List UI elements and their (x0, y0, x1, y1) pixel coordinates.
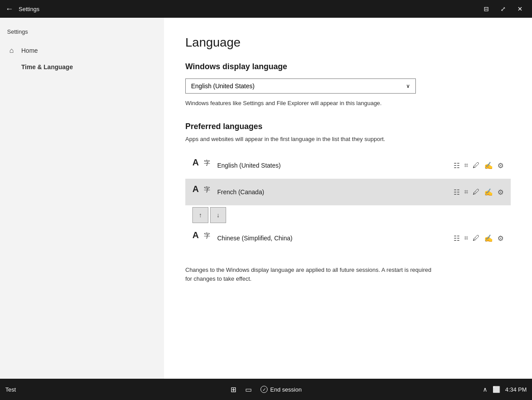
keyboard-icon-fr[interactable]: ☷ (454, 188, 460, 196)
options-icon-fr[interactable]: ⚙ (497, 188, 504, 196)
close-button[interactable]: ✕ (513, 2, 527, 16)
back-button[interactable]: ← (5, 4, 13, 14)
language-name-english: English (United States) (217, 162, 446, 169)
taskbar-right: ∧ ⬜ 4:34 PM (483, 386, 527, 393)
preferred-languages-title: Preferred languages (185, 122, 511, 131)
end-session-button[interactable]: ✓ End session (261, 386, 302, 393)
keyboard-icon[interactable]: ☷ (454, 161, 460, 170)
app-body: Settings ⌂ Home Time & Language Language… (0, 18, 532, 379)
language-item-chinese[interactable]: A 字 Chinese (Simplified, China) ☷ ⌗ 🖊 ✍ … (185, 225, 511, 251)
title-bar-title: Settings (19, 6, 480, 12)
move-up-button[interactable]: ↑ (192, 207, 208, 223)
language-item-french[interactable]: A 字 French (Canada) ☷ ⌗ 🖊 ✍ ⚙ (185, 179, 511, 205)
language-caps-french: ☷ ⌗ 🖊 ✍ ⚙ (454, 188, 504, 196)
text-to-speech-icon-zh[interactable]: ✍ (484, 234, 493, 243)
taskbar-center: ⊞ ▭ ✓ End session (231, 385, 302, 394)
options-icon-zh[interactable]: ⚙ (497, 234, 504, 243)
language-icon-french: A 字 (192, 184, 210, 200)
preferred-languages-desc: Apps and websites will appear in the fir… (185, 135, 434, 144)
dropdown-value: English (United States) (191, 82, 254, 90)
content-area: Language Windows display language Englis… (164, 18, 532, 379)
text-to-speech-icon-fr[interactable]: ✍ (484, 188, 493, 196)
options-icon[interactable]: ⚙ (497, 161, 504, 170)
notification-icon[interactable]: ⬜ (493, 386, 500, 393)
chevron-down-icon: ∨ (406, 83, 410, 89)
sidebar-header: Settings (0, 25, 164, 42)
speech-icon-zh[interactable]: ⌗ (464, 234, 468, 242)
keyboard-icon-zh[interactable]: ☷ (454, 234, 460, 243)
language-icon-chinese: A 字 (192, 230, 210, 246)
taskbar-app-label: Test (5, 386, 16, 393)
language-caps-chinese: ☷ ⌗ 🖊 ✍ ⚙ (454, 234, 504, 243)
windows-start-icon[interactable]: ⊞ (231, 385, 236, 394)
handwriting-icon-fr[interactable]: 🖊 (473, 188, 480, 196)
system-tray-expand-icon[interactable]: ∧ (483, 386, 487, 393)
sidebar-item-time-language[interactable]: Time & Language (0, 59, 164, 75)
sidebar-item-label-home: Home (21, 47, 38, 54)
home-icon: ⌂ (7, 47, 16, 55)
speech-icon[interactable]: ⌗ (464, 161, 468, 169)
taskbar-time: 4:34 PM (505, 386, 527, 393)
page-title: Language (185, 35, 511, 50)
handwriting-icon-zh[interactable]: 🖊 (473, 234, 480, 242)
display-language-desc: Windows features like Settings and File … (185, 99, 434, 108)
title-bar: ← Settings ⊟ ⤢ ✕ (0, 0, 532, 18)
handwriting-icon[interactable]: 🖊 (473, 161, 480, 169)
language-name-chinese: Chinese (Simplified, China) (217, 235, 446, 242)
footer-note: Changes to the Windows display language … (185, 266, 434, 283)
minimize-button[interactable]: ⊟ (480, 2, 493, 16)
language-icon-english: A 字 (192, 157, 210, 173)
language-item-english[interactable]: A 字 English (United States) ☷ ⌗ 🖊 ✍ ⚙ (185, 152, 511, 179)
sidebar: Settings ⌂ Home Time & Language (0, 18, 164, 379)
sidebar-item-label-time-language: Time & Language (21, 63, 73, 71)
speech-icon-fr[interactable]: ⌗ (464, 188, 468, 196)
title-bar-controls: ⊟ ⤢ ✕ (480, 2, 527, 16)
sidebar-item-home[interactable]: ⌂ Home (0, 42, 164, 59)
language-name-french: French (Canada) (217, 188, 446, 196)
maximize-button[interactable]: ⤢ (497, 2, 510, 16)
text-to-speech-icon[interactable]: ✍ (484, 161, 493, 170)
move-down-button[interactable]: ↓ (210, 207, 226, 223)
taskbar-left: Test (5, 386, 16, 393)
task-view-icon[interactable]: ▭ (245, 385, 252, 394)
language-move-buttons: ↑ ↓ (192, 207, 511, 223)
end-session-circle-icon: ✓ (261, 386, 268, 393)
taskbar: Test ⊞ ▭ ✓ End session ∧ ⬜ 4:34 PM (0, 379, 532, 400)
language-dropdown[interactable]: English (United States) ∨ (185, 78, 416, 94)
end-session-label: End session (270, 386, 302, 393)
language-caps-english: ☷ ⌗ 🖊 ✍ ⚙ (454, 161, 504, 170)
display-language-title: Windows display language (185, 62, 511, 71)
